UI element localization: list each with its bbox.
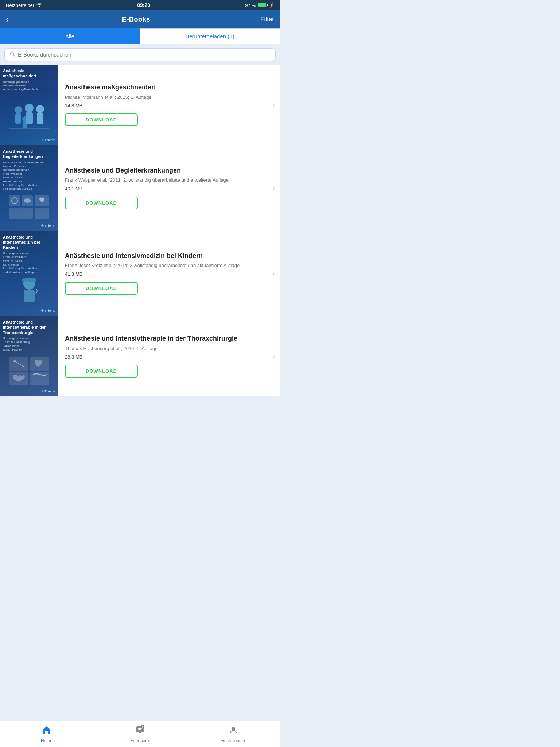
book-info-2: Anästhesie und Begleiterkrankungen Frank… [58,145,280,231]
chevron-right-icon: › [272,183,275,192]
lightning-icon: ⚡ [269,3,274,8]
page-title: E-Books [12,15,260,23]
search-icon [10,51,15,58]
svg-rect-7 [37,113,43,124]
cover-illustration-4 [3,354,55,388]
carrier-label: Netzbetreiber [6,3,34,8]
cover-illustration-2 [3,193,55,222]
svg-point-17 [24,198,31,203]
svg-rect-14 [9,208,33,219]
svg-rect-15 [35,208,49,219]
search-input[interactable] [18,51,270,58]
list-item: Anästhesie und Intensivtherapie in der T… [0,316,280,396]
book-info-3: Anästhesie und Intensivmedizin bei Kinde… [58,231,280,316]
svg-point-28 [13,360,16,362]
book-cover-2: Anästhesie und Begleiterkrankungen Perio… [0,145,58,231]
search-container [0,44,280,65]
chevron-right-icon: › [272,101,275,109]
list-item: Anästhesie und Intensivmedizin bei Kinde… [0,231,280,316]
cover-illustration-1 [3,94,55,137]
wifi-icon [36,3,42,8]
svg-point-4 [25,104,34,112]
status-left: Netzbetreiber [6,3,42,8]
list-item: Anästhesie und Begleiterkrankungen Perio… [0,145,280,231]
svg-rect-20 [22,279,36,282]
download-button-3[interactable]: DOWNLOAD [65,282,138,295]
book-info-1: Anästhesie maßgeschneidert Michael Möllm… [58,65,280,145]
book-cover-3: Anästhesie und Intensivmedizin bei Kinde… [0,231,58,316]
header: ‹ E-Books Filter [0,10,280,28]
svg-rect-21 [24,290,35,302]
book-cover-4: Anästhesie und Intensivtherapie in der T… [0,316,58,396]
svg-rect-3 [15,113,21,124]
download-button-4[interactable]: DOWNLOAD [65,365,138,378]
svg-line-1 [13,55,15,57]
status-right: 97 % ⚡ [245,3,274,8]
battery-percent: 97 % [245,3,256,8]
chevron-right-icon: › [272,352,275,360]
tab-heruntergeladen[interactable]: Heruntergeladen (1) [140,28,280,44]
book-info-4: Anästhesie und Intensivtherapie in der T… [58,316,280,396]
search-bar [4,48,276,61]
tab-alle[interactable]: Alle [0,28,140,44]
book-list: Anästhesie maßgeschneidert Herausgegeben… [0,65,280,396]
battery-icon [258,3,267,8]
status-bar: Netzbetreiber 09:20 97 % ⚡ [0,0,280,10]
download-button-1[interactable]: DOWNLOAD [65,113,138,126]
svg-point-8 [22,116,27,121]
download-button-2[interactable]: DOWNLOAD [65,197,138,209]
filter-button[interactable]: Filter [260,16,274,23]
cover-illustration-3 [3,276,55,307]
back-button[interactable]: ‹ [6,13,12,26]
svg-rect-23 [9,357,28,371]
svg-point-0 [11,52,14,55]
status-time: 09:20 [137,2,150,8]
list-item: Anästhesie maßgeschneidert Herausgegeben… [0,65,280,145]
book-cover-1: Anästhesie maßgeschneidert Herausgegeben… [0,65,58,145]
svg-rect-9 [23,121,27,128]
svg-point-2 [15,106,22,113]
tabs-container: Alle Heruntergeladen (1) [0,28,280,44]
chevron-right-icon: › [272,269,275,277]
svg-point-6 [36,105,44,113]
svg-rect-11 [9,195,20,206]
